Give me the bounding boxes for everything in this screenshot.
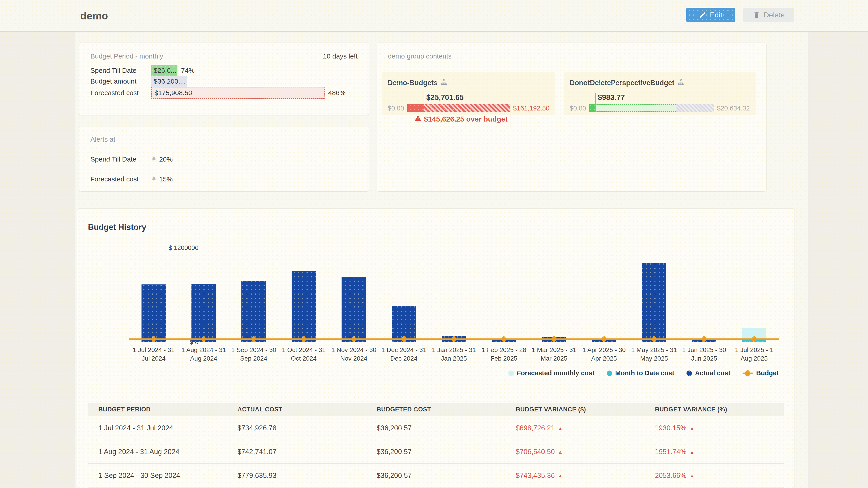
alert-threshold: 15%: [151, 175, 173, 183]
actual-cost-bar: [142, 285, 166, 342]
table-column-header: Actual Cost: [227, 403, 366, 416]
x-axis-label: 1 Feb 2025 - 28 Feb 2025: [479, 346, 529, 363]
budget-progress-bar: $983.77: [589, 104, 714, 112]
cell-budget-variance-usd: $706,540.50▲: [505, 440, 645, 464]
chart-category-cell: [479, 248, 529, 342]
x-axis-label: 1 Jan 2025 - 31 Jan 2025: [429, 346, 479, 363]
chart-category-cell: [729, 248, 779, 342]
budget-bar-end-label: $20,634.32: [717, 105, 750, 112]
legend-dot-icon: [686, 370, 692, 376]
group-budget-card[interactable]: DonotDeletePerspectiveBudget$0.00$983.77…: [564, 72, 756, 115]
actual-cost-bar: [241, 281, 266, 342]
budget-history-chart: [129, 248, 779, 342]
chart-category-cell: [679, 248, 729, 342]
days-left-label: 10 days left: [323, 53, 358, 60]
page-title: demo: [80, 0, 108, 32]
x-axis-label: 1 Aug 2024 - 31 Aug 2024: [179, 346, 228, 363]
chart-category-cell: [179, 248, 228, 342]
delete-button-label: Delete: [764, 11, 785, 19]
group-budget-name: DonotDeletePerspectiveBudget: [569, 79, 674, 87]
budget-line-marker: [552, 336, 556, 342]
edit-button-label: Edit: [710, 11, 722, 19]
table-row: 1 Aug 2024 - 31 Aug 2024$742,741.07$36,2…: [88, 440, 784, 464]
group-budget-card-title-row: DonotDeletePerspectiveBudget: [569, 78, 750, 87]
cell-budget-variance-pct: 2053.66%▲: [645, 464, 784, 487]
legend-item-budget[interactable]: Budget: [743, 369, 779, 377]
x-axis-label: 1 Mar 2025 - 31 Mar 2025: [529, 346, 579, 363]
chart-legend: Forecasted monthly costMonth to Date cos…: [508, 369, 779, 377]
org-hierarchy-icon: [440, 78, 447, 87]
legend-label: Budget: [756, 369, 779, 377]
cell-budget-variance-pct: 1930.15%▲: [645, 416, 784, 440]
budget-period-spend-value: $26,6...: [154, 67, 176, 74]
variance-up-arrow-icon: ▲: [690, 473, 694, 478]
cell-budgeted-cost: $36,200.57: [366, 416, 505, 440]
legend-line-dot-icon: [743, 370, 753, 376]
budget-period-budget-value: $36,200....: [154, 77, 186, 85]
group-budget-card[interactable]: Demo-Budgets$0.00$145,626.25 over budget…: [382, 72, 555, 115]
budget-period-row: Forecasted cost$175,908.50486%: [90, 87, 358, 99]
variance-up-arrow-icon: ▲: [558, 426, 563, 431]
legend-item-month-to-date-cost[interactable]: Month to Date cost: [607, 369, 674, 377]
table-row: 1 Sep 2024 - 30 Sep 2024$779,635.93$36,2…: [88, 464, 784, 487]
alert-threshold-value: 15%: [159, 175, 173, 183]
cell-budget-period: 1 Sep 2024 - 30 Sep 2024: [88, 464, 227, 487]
group-contents-title: demo group contents: [388, 53, 452, 60]
current-spend-tick: [595, 93, 596, 112]
chart-category-cell: [129, 248, 179, 342]
budget-period-forecast-percent: 486%: [328, 89, 346, 97]
actual-cost-bar: [342, 277, 366, 342]
chart-category-cell: [229, 248, 279, 342]
x-axis-label: 1 Dec 2024 - 31 Dec 2024: [379, 346, 429, 363]
cell-budgeted-cost: $36,200.57: [366, 464, 505, 487]
legend-item-forecasted-monthly-cost[interactable]: Forecasted monthly cost: [508, 369, 594, 377]
page-header: demo Edit Delete: [0, 0, 868, 32]
org-hierarchy-icon: [677, 78, 684, 87]
budget-period-row: Budget amount$36,200....: [90, 76, 358, 87]
forecast-segment: [595, 104, 677, 112]
table-body: 1 Jul 2024 - 31 Jul 2024$734,926.78$36,2…: [88, 416, 784, 487]
budget-period-forecast-value: $175,908.50: [154, 89, 192, 97]
variance-up-arrow-icon: ▲: [558, 449, 563, 455]
budget-period-row-label: Budget amount: [90, 77, 151, 85]
cell-budget-period: 1 Jul 2024 - 31 Jul 2024: [88, 416, 227, 440]
budget-period-row-label: Forecasted cost: [90, 89, 151, 97]
chart-category-cell: [329, 248, 379, 342]
variance-up-arrow-icon: ▲: [690, 426, 694, 431]
chart-category-cell: [279, 248, 329, 342]
budget-history-table: Budget PeriodActual CostBudgeted CostBud…: [88, 403, 784, 488]
budget-bar-start-label: $0.00: [569, 105, 586, 112]
pencil-icon: [699, 11, 706, 19]
variance-up-arrow-icon: ▲: [558, 473, 563, 478]
table-column-header: Budgeted Cost: [366, 403, 505, 416]
actual-cost-bar: [291, 271, 316, 342]
trash-icon: [753, 11, 760, 19]
alerts-rows: Spend Till Date20%Forecasted cost15%: [90, 156, 358, 183]
over-budget-note: $145,626.25 over budget: [414, 115, 508, 123]
legend-item-actual-cost[interactable]: Actual cost: [686, 369, 730, 377]
group-budget-bar-area: $0.00$983.77$20,634.32: [569, 104, 750, 112]
chart-category-cell: [429, 248, 479, 342]
over-budget-marker-line: [510, 104, 510, 128]
x-axis-label: 1 Jun 2025 - 30 Jun 2025: [679, 346, 729, 363]
legend-label: Month to Date cost: [615, 369, 674, 377]
over-budget-note-text: $145,626.25 over budget: [424, 115, 508, 123]
legend-dot-icon: [508, 370, 514, 376]
edit-button[interactable]: Edit: [686, 8, 735, 22]
delete-button[interactable]: Delete: [743, 8, 794, 22]
legend-dot-icon: [607, 370, 612, 376]
alerts-card: Alerts at Spend Till Date20%Forecasted c…: [79, 127, 369, 192]
budget-period-rows: Spend Till Date$26,6...74%Budget amount$…: [90, 65, 358, 99]
cell-actual-cost: $742,741.07: [227, 440, 366, 464]
budget-line-marker: [402, 336, 406, 342]
budget-bar-end-label: $161,192.50: [513, 105, 550, 112]
budget-line-marker: [302, 336, 306, 342]
budget-period-spend-chip: $26,6...: [151, 65, 178, 76]
spent-segment: [589, 104, 595, 112]
x-axis-label: 1 Jul 2025 - 1 Aug 2025: [729, 346, 779, 363]
budget-period-forecast-chip: $175,908.50: [151, 87, 324, 99]
chart-category-cell: [579, 248, 629, 342]
cell-budget-variance-usd: $698,726.21▲: [505, 416, 645, 440]
spent-segment: [407, 104, 424, 112]
budget-period-row: Spend Till Date$26,6...74%: [90, 65, 358, 76]
